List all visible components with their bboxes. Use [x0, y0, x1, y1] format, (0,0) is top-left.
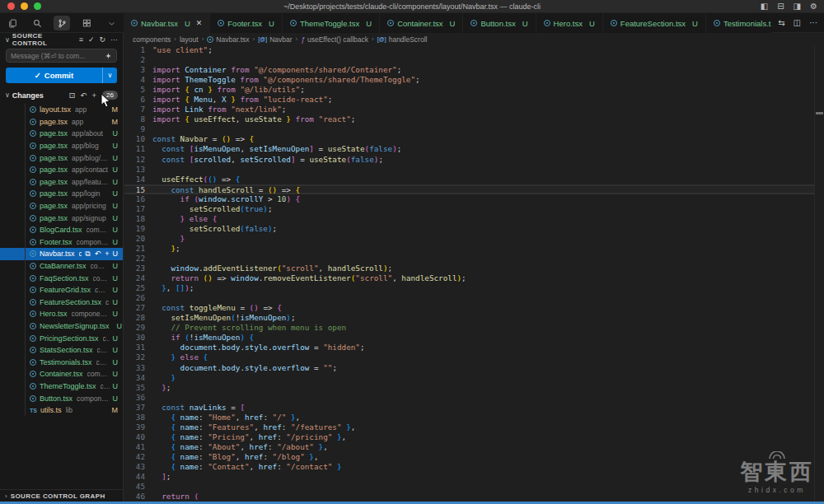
- file-row-testimonials.tsx[interactable]: Testimonials.tsxcompon...U: [0, 356, 123, 368]
- file-row-page.tsx[interactable]: page.tsxapp/aboutU: [0, 128, 123, 140]
- discard-changes-icon[interactable]: ↶: [95, 250, 101, 259]
- file-row-page.tsx[interactable]: page.tsxapp/featuresU: [0, 176, 123, 189]
- git-status-letter: U: [113, 142, 119, 150]
- stash-icon[interactable]: ⊡: [69, 91, 76, 100]
- commit-button[interactable]: ✓ Commit ∨: [6, 68, 117, 83]
- more-actions-icon[interactable]: ···: [809, 18, 817, 27]
- extensions-icon[interactable]: [78, 16, 95, 30]
- discard-all-icon[interactable]: ↶: [81, 91, 87, 100]
- file-row-page.tsx[interactable]: page.tsxapp/pricingU: [0, 200, 123, 212]
- git-status-letter: U: [113, 214, 119, 222]
- source-control-icon[interactable]: [54, 16, 70, 30]
- react-file-icon: [30, 371, 36, 377]
- stage-changes-icon[interactable]: +: [105, 250, 109, 259]
- split-editor-icon[interactable]: ◫: [794, 18, 801, 27]
- sparkle-copilot-icon[interactable]: [105, 49, 112, 63]
- close-window-button[interactable]: [7, 2, 15, 10]
- commit-message-input[interactable]: Message (⌘⏎ to com...: [6, 49, 117, 63]
- file-name: layout.tsx: [40, 105, 71, 114]
- file-row-utils.ts[interactable]: TSutils.tslibM: [0, 404, 123, 417]
- file-row-statssection.tsx[interactable]: StatsSection.tsxcompo...U: [0, 344, 123, 357]
- file-row-featuresection.tsx[interactable]: FeatureSection.tsxcom...U: [0, 296, 123, 309]
- file-name: page.tsx: [40, 166, 68, 174]
- file-row-page.tsx[interactable]: page.tsxapp/loginU: [0, 188, 123, 200]
- layout-sidebar-left-icon[interactable]: ◧: [761, 2, 768, 11]
- line-number: 24: [124, 273, 152, 283]
- line-number: 13: [124, 165, 152, 175]
- more-views-chevron-icon[interactable]: [103, 16, 119, 30]
- file-name: Testimonials.tsx: [40, 358, 92, 366]
- open-file-icon[interactable]: ⧉: [85, 250, 90, 259]
- tab-button-tsx[interactable]: Button.tsxU: [463, 13, 536, 33]
- code-line-43: 43 { name: "Contact", href: "/contact" }: [124, 462, 814, 472]
- code-line-3: 3import Container from "@/components/sha…: [124, 65, 814, 75]
- file-row-pricingsection.tsx[interactable]: PricingSection.tsxcomp...U: [0, 332, 123, 344]
- file-path: lib: [66, 406, 109, 414]
- maximize-window-button[interactable]: [34, 2, 41, 10]
- file-row-page.tsx[interactable]: page.tsxapp/contactU: [0, 164, 123, 176]
- line-number: 12: [124, 155, 152, 165]
- file-name: page.tsx: [40, 129, 68, 138]
- tab-themetoggle-tsx[interactable]: ThemeToggle.tsxU: [283, 13, 380, 33]
- file-row-button.tsx[interactable]: Button.tsxcomponents/uiU: [0, 392, 123, 404]
- editor-scrollbar[interactable]: [814, 45, 824, 502]
- file-row-page.tsx[interactable]: page.tsxapp/blogU: [0, 140, 123, 152]
- file-row-navbar.tsx[interactable]: Navbar.tsxco...⧉↶+U: [0, 248, 123, 260]
- breadcrumb-item[interactable]: layout: [180, 35, 199, 44]
- file-row-page.tsx[interactable]: page.tsxapp/signupU: [0, 212, 123, 224]
- line-number: 6: [124, 95, 152, 105]
- code-text: { name: "Pricing", href: "/pricing" },: [152, 432, 346, 442]
- code-area[interactable]: 1"use client";23import Container from "@…: [124, 45, 814, 502]
- refresh-icon[interactable]: ↻: [99, 35, 105, 44]
- search-icon[interactable]: [29, 16, 45, 30]
- more-actions-icon[interactable]: ···: [110, 35, 118, 44]
- code-line-37: 37 const navLinks = [: [124, 403, 814, 413]
- file-row-page.tsx[interactable]: page.tsxappM: [0, 116, 123, 128]
- tab-navbar-tsx[interactable]: Navbar.tsxU✕: [124, 13, 210, 33]
- file-row-newslettersignup.tsx[interactable]: NewsletterSignup.tsxc...U: [0, 320, 123, 333]
- stage-all-icon[interactable]: +: [92, 91, 97, 100]
- open-changes-icon[interactable]: ⇆: [778, 18, 784, 27]
- breadcrumb-item[interactable]: ƒuseEffect() callback: [301, 35, 368, 44]
- minimize-window-button[interactable]: [21, 2, 28, 10]
- code-line-40: 40 { name: "Pricing", href: "/pricing" }…: [124, 432, 814, 442]
- tab-git-status: U: [522, 19, 528, 28]
- settings-gear-icon[interactable]: ⚙: [810, 2, 817, 11]
- line-number: 46: [124, 492, 152, 502]
- breadcrumb-item[interactable]: Navbar.tsx: [207, 35, 249, 44]
- file-row-themetoggle.tsx[interactable]: ThemeToggle.tsxcompo...U: [0, 380, 123, 393]
- tab-label: Container.tsx: [397, 19, 442, 28]
- source-control-graph-section[interactable]: › SOURCE CONTROL GRAPH: [0, 489, 123, 502]
- tab-testimonials-ts-[interactable]: Testimonials.ts:: [706, 13, 771, 33]
- tab-featuresection-tsx[interactable]: FeatureSection.tsxU: [603, 13, 706, 33]
- commit-dropdown-button[interactable]: ∨: [103, 68, 117, 83]
- file-row-ctabanner.tsx[interactable]: CtaBanner.tsxcompone...U: [0, 260, 123, 273]
- method-icon: ƒ: [301, 35, 305, 44]
- breadcrumb-item[interactable]: [@]handleScroll: [377, 35, 428, 44]
- code-text: { name: "Home", href: "/" },: [152, 413, 300, 422]
- file-row-footer.tsx[interactable]: Footer.tsxcomponents/la...U: [0, 236, 123, 249]
- react-file-icon: [218, 20, 224, 26]
- line-number: 38: [124, 413, 152, 422]
- changes-label: Changes: [12, 91, 64, 100]
- tab-container-tsx[interactable]: Container.tsxU: [380, 13, 463, 33]
- file-row-blogcard.tsx[interactable]: BlogCard.tsxcomponent...U: [0, 224, 123, 236]
- file-row-hero.tsx[interactable]: Hero.tsxcomponents/ma...U: [0, 308, 123, 320]
- tab-footer-tsx[interactable]: Footer.tsxU: [210, 13, 283, 33]
- layout-sidebar-right-icon[interactable]: ◨: [794, 2, 801, 11]
- file-row-page.tsx[interactable]: page.tsxapp/blog/[slug]U: [0, 152, 123, 164]
- commit-check-icon[interactable]: ✓: [88, 35, 95, 44]
- collapse-chevron-icon[interactable]: ∨: [5, 36, 10, 44]
- layout-panel-icon[interactable]: ⊟: [777, 2, 784, 11]
- file-row-container.tsx[interactable]: Container.tsxcomponent...U: [0, 368, 123, 380]
- file-name: FeatureGrid.tsx: [40, 286, 91, 294]
- view-and-sort-icon[interactable]: ≡: [79, 35, 83, 44]
- tab-git-status: U: [269, 19, 274, 28]
- close-tab-icon[interactable]: ✕: [196, 19, 203, 27]
- file-row-faqsection.tsx[interactable]: FaqSection.tsxcompone...U: [0, 272, 123, 284]
- file-row-featuregrid.tsx[interactable]: FeatureGrid.tsxcompon...U: [0, 284, 123, 296]
- explorer-icon[interactable]: [4, 16, 21, 30]
- tab-hero-tsx[interactable]: Hero.tsxU: [536, 13, 603, 33]
- breadcrumb-item[interactable]: [@]Navbar: [258, 35, 292, 44]
- breadcrumb-item[interactable]: components: [133, 35, 171, 44]
